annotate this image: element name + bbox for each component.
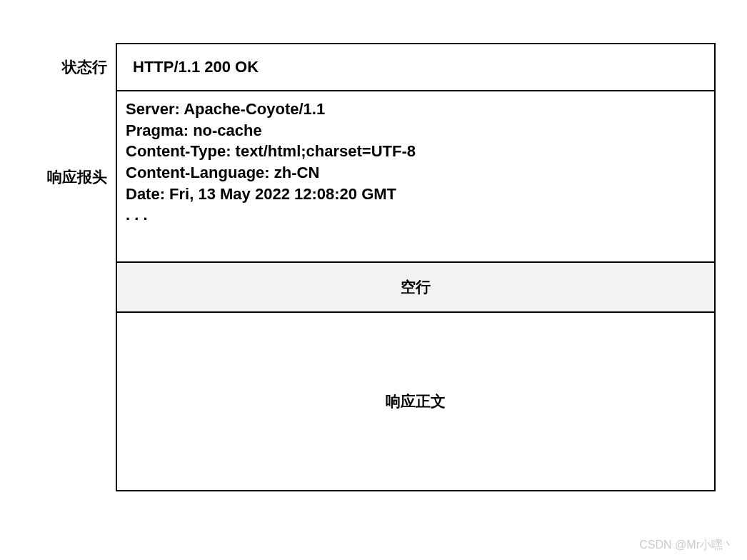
response-headers-label: 响应报头 [30,91,116,263]
response-body-box: 响应正文 [116,313,716,491]
empty-line-text: 空行 [401,277,431,297]
header-line: Pragma: no-cache [126,120,703,141]
response-body-text: 响应正文 [386,391,446,411]
header-line: Date: Fri, 13 May 2022 12:08:20 GMT [126,184,703,205]
header-line: . . . [126,204,703,226]
status-line-box: HTTP/1.1 200 OK [116,43,716,91]
status-line-label: 状态行 [30,43,116,91]
watermark: CSDN @Mr小嘿丶 [639,538,734,553]
response-headers-box: Server: Apache-Coyote/1.1 Pragma: no-cac… [116,91,716,263]
http-response-diagram: 状态行 HTTP/1.1 200 OK 响应报头 Server: Apache-… [30,43,716,491]
response-headers-row: 响应报头 Server: Apache-Coyote/1.1 Pragma: n… [30,91,716,263]
empty-line-row: 空行 [30,263,716,313]
status-line-text: HTTP/1.1 200 OK [133,58,259,76]
header-line: Server: Apache-Coyote/1.1 [126,99,703,120]
header-line: Content-Type: text/html;charset=UTF-8 [126,141,703,162]
header-line: Content-Language: zh-CN [126,162,703,184]
response-body-row: 响应正文 [30,313,716,491]
empty-line-box: 空行 [116,263,716,313]
status-line-row: 状态行 HTTP/1.1 200 OK [30,43,716,91]
